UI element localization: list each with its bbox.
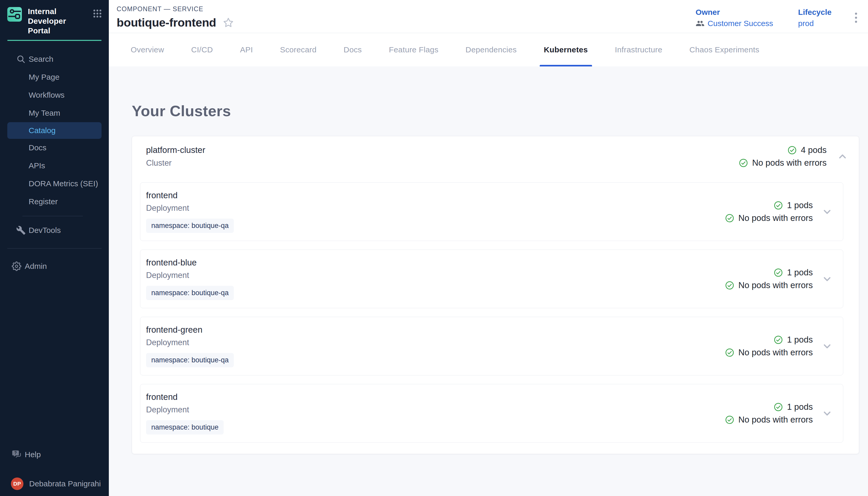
cluster-card: platform-cluster Cluster 4 pods No pods … <box>132 136 859 454</box>
breadcrumb: COMPONENT — SERVICE <box>117 5 234 13</box>
sidebar-item-workflows[interactable]: Workflows <box>0 86 109 104</box>
sidebar: Internal Developer Portal Search My Page… <box>0 0 109 496</box>
deployment-type: Deployment <box>146 271 234 280</box>
namespace-chip: namespace: boutique <box>146 420 224 435</box>
check-circle-icon <box>725 281 735 290</box>
user-menu[interactable]: DP Debabrata Panigrahi <box>0 475 109 493</box>
chevron-up-icon[interactable] <box>836 151 849 162</box>
check-circle-icon <box>773 201 783 210</box>
deployment-name: frontend <box>146 392 224 402</box>
section-heading: Your Clusters <box>132 102 859 120</box>
sidebar-nav-main: Search My Page Workflows My Team Catalog… <box>0 50 109 211</box>
avatar: DP <box>11 478 23 490</box>
tab-scorecard[interactable]: Scorecard <box>266 33 330 66</box>
deployment-name: frontend-blue <box>146 258 234 267</box>
namespace-chip: namespace: boutique-qa <box>146 353 234 367</box>
entity-header: COMPONENT — SERVICE boutique-frontend Ow… <box>109 0 868 33</box>
tab-api[interactable]: API <box>226 33 267 66</box>
sidebar-item-devtools[interactable]: DevTools <box>0 221 109 239</box>
help-button[interactable]: ? Help <box>0 446 109 464</box>
sidebar-footer: ? Help DP Debabrata Panigrahi <box>0 446 109 496</box>
tab-overview[interactable]: Overview <box>117 33 178 66</box>
cluster-header[interactable]: platform-cluster Cluster 4 pods No pods … <box>132 136 859 168</box>
help-chat-icon: ? <box>12 449 22 460</box>
kebab-menu-icon[interactable] <box>851 11 861 25</box>
tab-dependencies[interactable]: Dependencies <box>452 33 530 66</box>
help-label: Help <box>25 450 41 459</box>
deployment-name: frontend-green <box>146 325 234 335</box>
svg-text:?: ? <box>14 451 17 455</box>
deployment-list: frontend Deployment namespace: boutique-… <box>132 168 859 454</box>
entity-header-left: COMPONENT — SERVICE boutique-frontend <box>117 5 234 29</box>
app-root: Internal Developer Portal Search My Page… <box>0 0 868 496</box>
deployment-pod-status: 1 pods No pods with errors <box>725 335 813 357</box>
cluster-pod-count: 4 pods <box>801 145 826 155</box>
check-circle-icon <box>787 145 797 155</box>
sidebar-item-catalog[interactable]: Catalog <box>7 122 101 139</box>
gear-icon <box>12 262 21 271</box>
namespace-chip: namespace: boutique-qa <box>146 286 234 300</box>
entity-tabs: OverviewCI/CDAPIScorecardDocsFeature Fla… <box>109 33 868 66</box>
chevron-down-icon[interactable] <box>821 206 833 218</box>
sidebar-item-admin[interactable]: Admin <box>0 258 109 275</box>
sidebar-divider <box>22 216 83 216</box>
check-circle-icon <box>725 348 735 357</box>
tab-chaos-experiments[interactable]: Chaos Experiments <box>676 33 773 66</box>
check-circle-icon <box>773 402 783 412</box>
chevron-down-icon[interactable] <box>821 407 833 419</box>
check-circle-icon <box>773 268 783 277</box>
main-area: COMPONENT — SERVICE boutique-frontend Ow… <box>109 0 868 496</box>
sidebar-nav-tools: DevTools <box>0 221 109 239</box>
tab-ci-cd[interactable]: CI/CD <box>178 33 226 66</box>
chevron-down-icon[interactable] <box>821 273 833 285</box>
idp-logo-icon[interactable] <box>7 7 22 22</box>
deployment-type: Deployment <box>146 203 234 213</box>
deployment-type: Deployment <box>146 405 224 415</box>
cluster-pod-errors: No pods with errors <box>752 158 826 168</box>
tab-feature-flags[interactable]: Feature Flags <box>375 33 452 66</box>
sidebar-item-docs[interactable]: Docs <box>0 139 109 157</box>
check-circle-icon <box>725 415 735 424</box>
lifecycle-stat: Lifecycle prod <box>798 8 832 28</box>
check-circle-icon <box>773 335 783 345</box>
search-icon <box>16 55 26 64</box>
sidebar-item-dora-metrics-sei[interactable]: DORA Metrics (SEI) <box>0 175 109 193</box>
deployment-card: frontend-blue Deployment namespace: bout… <box>140 250 843 308</box>
user-name: Debabrata Panigrahi <box>29 479 101 488</box>
apps-grid-icon[interactable] <box>92 8 102 19</box>
deployment-card: frontend Deployment namespace: boutique … <box>140 384 843 443</box>
wrench-icon <box>16 226 26 235</box>
cluster-type: Cluster <box>146 158 205 168</box>
deployment-pod-status: 1 pods No pods with errors <box>725 200 813 223</box>
sidebar-nav-admin: Admin <box>0 258 109 275</box>
people-icon <box>696 19 705 28</box>
favorite-star-icon[interactable] <box>222 17 234 29</box>
deployment-pod-status: 1 pods No pods with errors <box>725 267 813 290</box>
page-title: boutique-frontend <box>117 16 216 29</box>
brand-header: Internal Developer Portal <box>0 0 109 36</box>
check-circle-icon <box>739 158 748 168</box>
deployment-pod-status: 1 pods No pods with errors <box>725 402 813 424</box>
tab-infrastructure[interactable]: Infrastructure <box>601 33 676 66</box>
deployment-card: frontend Deployment namespace: boutique-… <box>140 182 843 241</box>
sidebar-item-apis[interactable]: APIs <box>0 157 109 175</box>
kubernetes-content: Your Clusters platform-cluster Cluster 4… <box>109 66 868 496</box>
owner-link[interactable]: Customer Success <box>696 19 773 28</box>
cluster-info: platform-cluster Cluster <box>146 145 205 168</box>
sidebar-item-search[interactable]: Search <box>0 50 109 68</box>
owner-label: Owner <box>696 8 773 17</box>
sidebar-item-register[interactable]: Register <box>0 193 109 211</box>
lifecycle-label: Lifecycle <box>798 8 832 17</box>
sidebar-item-my-page[interactable]: My Page <box>0 68 109 86</box>
namespace-chip: namespace: boutique-qa <box>146 219 234 233</box>
sidebar-item-my-team[interactable]: My Team <box>0 104 109 122</box>
lifecycle-value: prod <box>798 19 832 28</box>
tab-kubernetes[interactable]: Kubernetes <box>530 33 601 66</box>
chevron-down-icon[interactable] <box>821 340 833 352</box>
cluster-pod-status: 4 pods No pods with errors <box>739 145 826 168</box>
entity-header-right: Owner Customer Success Lifecycle prod <box>696 5 861 28</box>
tab-docs[interactable]: Docs <box>330 33 375 66</box>
owner-stat: Owner Customer Success <box>696 8 773 28</box>
cluster-name: platform-cluster <box>146 145 205 155</box>
sidebar-divider <box>7 248 101 249</box>
